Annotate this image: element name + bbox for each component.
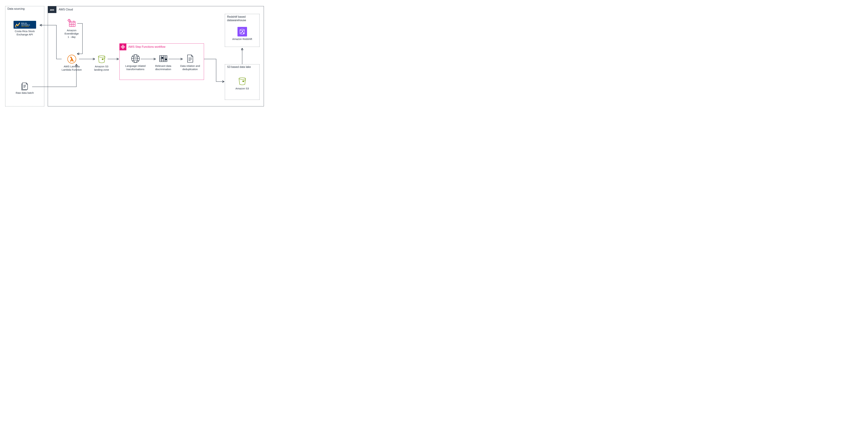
architecture-diagram: Data sourcing BNV BOLSA NACIONALDE VALOR… xyxy=(0,0,269,112)
connector-arrows xyxy=(0,0,269,112)
